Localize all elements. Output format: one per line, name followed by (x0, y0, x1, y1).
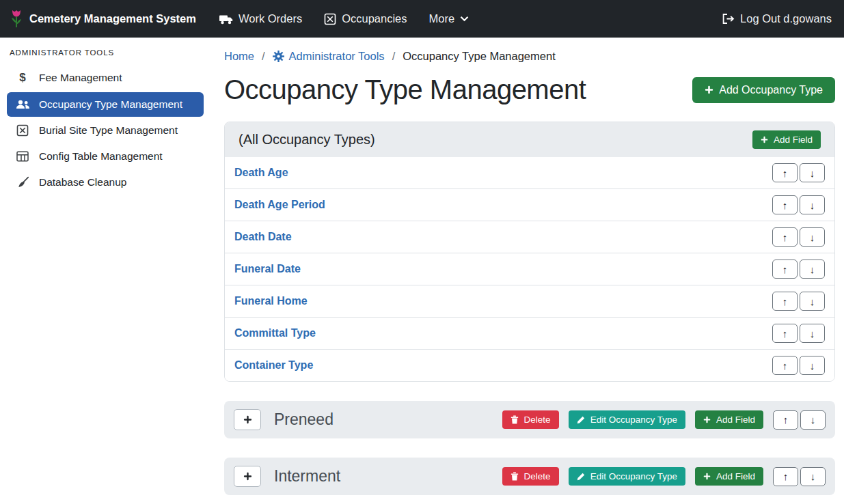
field-link[interactable]: Funeral Home (234, 295, 308, 307)
top-navbar: Cemetery Management System Work Orders O… (0, 0, 844, 38)
users-icon (15, 100, 30, 109)
all-occupancy-types-header: (All Occupancy Types) Add Field (225, 122, 834, 157)
sidebar-item-occupancy-type-management[interactable]: Occupancy Type Management (7, 92, 204, 117)
arrow-down-icon: ↓ (810, 232, 815, 242)
field-row-container-type: Container Type ↑ ↓ (225, 349, 834, 381)
breadcrumb: Home / (224, 47, 835, 65)
add-field-label: Add Field (716, 415, 755, 425)
move-up-button[interactable]: ↑ (772, 163, 798, 182)
plus-icon (703, 473, 711, 480)
move-up-button[interactable]: ↑ (772, 227, 798, 247)
arrow-down-icon: ↓ (810, 296, 815, 307)
move-section-up-button[interactable]: ↑ (773, 410, 798, 430)
nav-work-orders[interactable]: Work Orders (219, 12, 302, 25)
move-up-button[interactable]: ↑ (772, 356, 798, 375)
move-up-button[interactable]: ↑ (772, 260, 798, 279)
sidebar-item-burial-site-type-management[interactable]: Burial Site Type Management (7, 118, 204, 143)
sidebar-item-label: Burial Site Type Management (39, 124, 178, 137)
expand-section-button[interactable] (234, 466, 261, 487)
add-occupancy-type-button[interactable]: Add Occupancy Type (692, 77, 835, 103)
sidebar-heading: ADMINISTRATOR TOOLS (0, 40, 210, 64)
move-down-button[interactable]: ↓ (800, 324, 825, 343)
arrow-up-icon: ↑ (782, 328, 788, 339)
logout-link[interactable]: Log Out d.gowans (722, 12, 832, 25)
section-title: Interment (274, 467, 340, 486)
trash-icon (511, 472, 519, 481)
logout-label: Log Out d.gowans (740, 12, 832, 25)
delete-label: Delete (524, 415, 551, 425)
move-section-up-button[interactable]: ↑ (773, 467, 798, 486)
plus-icon (761, 136, 768, 143)
pencil-icon (577, 473, 585, 481)
arrow-down-icon: ↓ (811, 415, 816, 425)
arrow-up-icon: ↑ (782, 200, 788, 210)
pencil-icon (577, 416, 585, 424)
move-down-button[interactable]: ↓ (800, 292, 825, 311)
breadcrumb-admin-tools-link[interactable]: Administrator Tools (273, 50, 385, 63)
arrow-down-icon: ↓ (810, 264, 815, 275)
field-row-death-age-period: Death Age Period ↑ ↓ (225, 188, 834, 221)
move-up-button[interactable]: ↑ (772, 195, 798, 214)
table-icon (15, 151, 30, 162)
field-link[interactable]: Death Age Period (234, 199, 325, 211)
nav-more[interactable]: More (429, 12, 469, 25)
move-down-button[interactable]: ↓ (800, 356, 825, 375)
card-title: (All Occupancy Types) (239, 132, 375, 148)
sidebar-item-fee-management[interactable]: $ Fee Management (7, 65, 204, 91)
field-link[interactable]: Death Date (234, 231, 292, 243)
edit-occupancy-type-button[interactable]: Edit Occupancy Type (569, 467, 685, 486)
arrow-up-icon: ↑ (782, 361, 788, 371)
plus-icon (703, 416, 711, 423)
field-link[interactable]: Committal Type (234, 327, 316, 339)
move-down-button[interactable]: ↓ (800, 260, 825, 279)
field-row-committal-type: Committal Type ↑ ↓ (225, 317, 834, 349)
sidebar-item-database-cleanup[interactable]: Database Cleanup (7, 170, 204, 195)
delete-occupancy-type-button[interactable]: Delete (502, 410, 559, 429)
breadcrumb-admin-tools-label: Administrator Tools (289, 50, 385, 63)
add-field-button[interactable]: Add Field (752, 130, 821, 149)
edit-occupancy-type-button[interactable]: Edit Occupancy Type (569, 410, 685, 429)
expand-section-button[interactable] (234, 409, 261, 430)
move-down-button[interactable]: ↓ (800, 227, 825, 247)
field-link[interactable]: Funeral Date (234, 263, 301, 275)
move-up-button[interactable]: ↑ (772, 324, 798, 343)
move-up-button[interactable]: ↑ (772, 292, 798, 311)
sidebar-item-label: Config Table Management (39, 150, 163, 163)
delete-occupancy-type-button[interactable]: Delete (502, 467, 559, 486)
edit-label: Edit Occupancy Type (590, 471, 677, 481)
move-section-down-button[interactable]: ↓ (800, 467, 826, 486)
sidebar-item-config-table-management[interactable]: Config Table Management (7, 144, 204, 169)
add-occupancy-type-label: Add Occupancy Type (719, 84, 823, 96)
arrow-up-icon: ↑ (783, 471, 789, 481)
move-section-down-button[interactable]: ↓ (800, 410, 826, 430)
logout-icon (722, 13, 735, 25)
breadcrumb-home-link[interactable]: Home (224, 50, 254, 63)
arrow-down-icon: ↓ (810, 361, 815, 371)
arrow-up-icon: ↑ (782, 168, 788, 178)
section-preneed: Preneed Delete Edi (224, 401, 835, 438)
add-field-button[interactable]: Add Field (695, 467, 763, 486)
field-link[interactable]: Container Type (234, 359, 313, 372)
nav-occupancies[interactable]: Occupancies (324, 12, 407, 25)
add-field-label: Add Field (716, 471, 755, 481)
section-title: Preneed (274, 410, 333, 429)
arrow-down-icon: ↓ (811, 471, 816, 481)
truck-icon (219, 14, 233, 25)
move-down-button[interactable]: ↓ (800, 163, 825, 182)
tulip-logo-icon (10, 9, 23, 29)
app-brand: Cemetery Management System (10, 9, 196, 29)
admin-tools-sidebar: ADMINISTRATOR TOOLS $ Fee Management Occ… (0, 38, 210, 504)
add-field-button[interactable]: Add Field (695, 410, 763, 429)
sidebar-item-label: Database Cleanup (39, 176, 126, 188)
plus-icon (243, 472, 252, 481)
plus-icon (243, 415, 252, 424)
move-down-button[interactable]: ↓ (800, 195, 825, 214)
field-row-funeral-date: Funeral Date ↑ ↓ (225, 253, 834, 285)
plus-icon (705, 85, 713, 94)
section-interment: Interment Delete E (224, 458, 835, 495)
field-row-death-date: Death Date ↑ ↓ (225, 221, 834, 253)
arrow-up-icon: ↑ (782, 264, 788, 275)
nav-more-label: More (429, 12, 455, 25)
field-link[interactable]: Death Age (234, 167, 288, 179)
dollar-icon: $ (15, 71, 30, 85)
